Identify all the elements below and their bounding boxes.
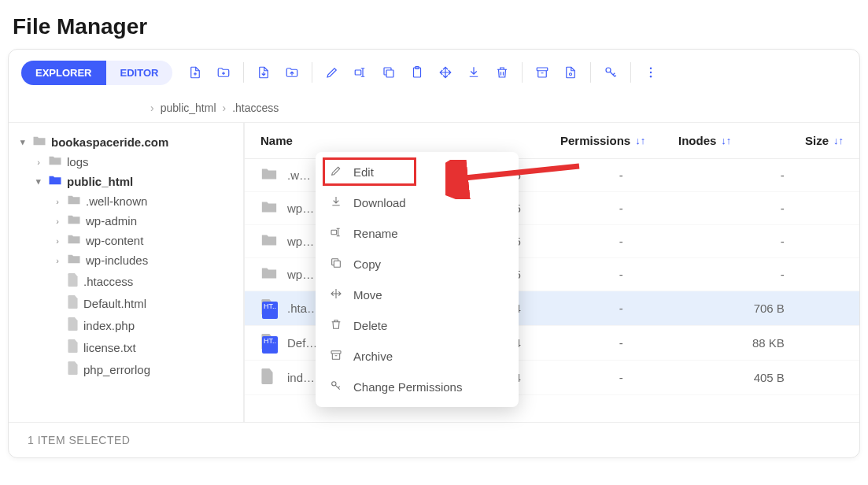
breadcrumb-item[interactable]: .htaccess <box>232 102 279 114</box>
rename-button[interactable] <box>347 59 374 86</box>
tree-item[interactable]: index.php <box>13 314 238 336</box>
tree-root[interactable]: ▾ bookaspaceride.com <box>13 132 238 152</box>
tree-item[interactable]: ▾public_html <box>13 172 238 191</box>
expand-icon[interactable]: › <box>53 197 62 206</box>
svg-rect-12 <box>331 351 341 354</box>
breadcrumb-item[interactable]: public_html <box>161 102 216 114</box>
tree-item[interactable]: php_errorlog <box>13 358 238 380</box>
svg-point-8 <box>650 72 652 73</box>
upload-button[interactable] <box>279 59 305 86</box>
row-perm: 644 <box>501 371 619 384</box>
tree-item[interactable]: ›.well-known <box>13 191 238 211</box>
context-menu-label: Change Permissions <box>353 380 462 394</box>
collapse-icon[interactable]: ▾ <box>18 137 28 147</box>
tree-label: wp-content <box>86 234 143 247</box>
row-inodes: - <box>619 202 722 215</box>
download-button[interactable] <box>250 59 277 86</box>
separator <box>590 62 591 83</box>
tree-label: logs <box>67 155 89 168</box>
permissions-button[interactable] <box>597 59 624 86</box>
context-menu-move[interactable]: Move <box>316 280 519 310</box>
tree-label: bookaspaceride.com <box>51 135 168 149</box>
archive-icon <box>330 349 342 364</box>
more-button[interactable] <box>637 59 664 86</box>
tree-label: .htaccess <box>83 275 133 288</box>
row-size: 405 B <box>722 371 785 384</box>
tab-editor[interactable]: EDITOR <box>106 61 173 85</box>
col-inodes[interactable]: Inodes↓↑ <box>678 134 781 147</box>
context-menu-download[interactable]: Download <box>316 187 519 218</box>
context-menu-label: Delete <box>353 319 387 332</box>
sort-icon: ↓↑ <box>721 135 731 146</box>
move-button[interactable] <box>432 59 459 86</box>
status-bar: 1 ITEM SELECTED <box>9 422 859 457</box>
download-file-button[interactable] <box>460 59 487 86</box>
rename-icon <box>330 226 342 241</box>
row-icon <box>260 233 279 250</box>
copy-button[interactable] <box>375 59 402 86</box>
svg-point-5 <box>570 73 572 76</box>
tree-item[interactable]: .htaccess <box>13 270 238 292</box>
context-menu-change-permissions[interactable]: Change Permissions <box>316 372 519 402</box>
expand-icon[interactable]: › <box>53 236 62 246</box>
folder-icon <box>32 135 46 149</box>
expand-icon[interactable]: › <box>53 256 62 265</box>
context-menu-copy[interactable]: Copy <box>316 249 519 280</box>
file-manager-card: EXPLORER EDITOR › public_html › .htacces… <box>8 49 860 458</box>
new-folder-button[interactable] <box>210 59 237 86</box>
row-size: - <box>722 202 785 215</box>
tree-label: php_errorlog <box>83 363 150 376</box>
tree-item[interactable]: ›wp-includes <box>13 250 238 270</box>
context-menu-label: Archive <box>353 350 393 363</box>
row-icon <box>260 266 279 283</box>
svg-point-13 <box>332 382 336 386</box>
row-size: 706 B <box>722 302 785 315</box>
col-size[interactable]: Size↓↑ <box>781 134 844 147</box>
tab-explorer[interactable]: EXPLORER <box>21 61 106 85</box>
delete-button[interactable] <box>489 59 515 86</box>
extract-button[interactable] <box>557 59 584 86</box>
expand-icon[interactable]: › <box>53 217 62 226</box>
row-size: 88 KB <box>722 336 785 350</box>
row-inodes: - <box>619 371 722 384</box>
tree-label: wp-includes <box>86 254 148 267</box>
tree-item[interactable]: ›wp-admin <box>13 211 238 231</box>
context-menu-rename[interactable]: Rename <box>316 218 519 249</box>
edit-button[interactable] <box>319 59 345 86</box>
tree-item[interactable]: ›logs <box>13 152 238 172</box>
tree-item[interactable]: ›wp-content <box>13 231 238 250</box>
new-file-button[interactable] <box>182 59 209 86</box>
row-inodes: - <box>619 336 722 350</box>
context-menu-delete[interactable]: Delete <box>316 310 519 341</box>
move-icon <box>330 287 342 302</box>
separator <box>630 62 631 83</box>
svg-rect-0 <box>356 70 362 75</box>
paste-button[interactable] <box>404 59 430 86</box>
folder-icon <box>67 254 81 267</box>
folder-icon <box>67 234 81 247</box>
svg-point-9 <box>650 76 652 77</box>
col-name[interactable]: Name <box>260 134 419 147</box>
expand-icon[interactable]: ▾ <box>34 176 43 187</box>
copy-icon <box>330 257 342 272</box>
sort-icon: ↓↑ <box>635 135 645 146</box>
tree-label: index.php <box>83 319 135 332</box>
archive-button[interactable] <box>529 59 556 86</box>
tree-label: .well-known <box>86 194 147 208</box>
tree-label: wp-admin <box>86 214 137 228</box>
file-icon <box>67 339 79 355</box>
svg-rect-4 <box>537 68 549 71</box>
context-menu-archive[interactable]: Archive <box>316 341 519 372</box>
expand-icon[interactable]: › <box>34 157 43 167</box>
tree-item[interactable]: license.txt <box>13 336 238 358</box>
sidebar-tree: ▾ bookaspaceride.com ›logs▾public_html›.… <box>9 123 245 422</box>
folder-icon <box>48 155 62 168</box>
tree-item[interactable]: Default.html <box>13 292 238 314</box>
context-menu-edit[interactable]: Edit <box>316 157 519 187</box>
row-inodes: - <box>619 302 722 315</box>
separator <box>243 62 244 83</box>
col-permissions[interactable]: Permissions↓↑ <box>560 134 678 147</box>
folder-icon <box>67 194 81 208</box>
svg-rect-10 <box>331 230 337 234</box>
row-size: - <box>722 168 785 182</box>
